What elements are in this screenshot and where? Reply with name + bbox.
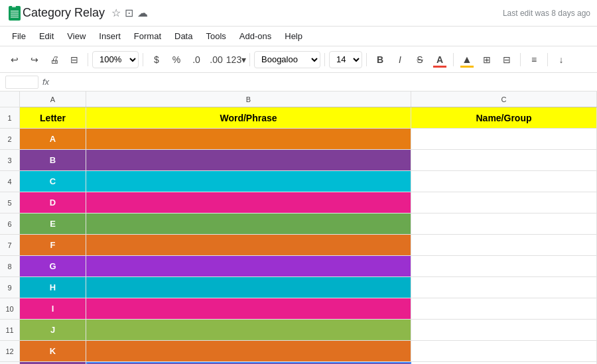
cell-c3[interactable] [411,150,597,170]
table-row: B [20,150,597,171]
menu-insert[interactable]: Insert [94,30,126,42]
spreadsheet-main: A B C Letter Word/Phrase Name/Group A B [20,91,597,364]
table-row: J [20,320,597,341]
history-icon[interactable]: ⊡ [125,7,133,19]
font-size-select[interactable]: 14 10 12 16 18 [329,51,362,68]
cell-c12[interactable] [411,341,597,361]
decimal00-button[interactable]: .00 [207,50,226,69]
paint-format-button[interactable]: ⊟ [65,50,84,69]
text-align-button[interactable]: ≡ [525,50,543,69]
cell-a9[interactable]: H [20,277,86,298]
cell-a3[interactable]: B [20,150,86,170]
cell-a12[interactable]: K [20,341,86,361]
separator-8 [547,53,548,66]
borders-button[interactable]: ⊞ [478,50,496,69]
row-header-5: 5 [0,192,19,213]
menu-tools[interactable]: Tools [200,30,231,42]
menu-format[interactable]: Format [129,30,166,42]
bold-button[interactable]: B [371,50,389,69]
italic-button[interactable]: I [391,50,409,69]
cell-a5[interactable]: D [20,192,86,213]
table-row: H [20,277,597,298]
row-header-11: 11 [0,320,19,341]
cell-b11[interactable] [86,320,411,340]
separator-5 [366,53,367,66]
cell-c9[interactable] [411,277,597,298]
merge-cells-button[interactable]: ⊟ [498,50,516,69]
undo-button[interactable]: ↩ [5,50,24,69]
cell-c8[interactable] [411,256,597,276]
cell-c5[interactable] [411,192,597,213]
menu-help[interactable]: Help [279,30,308,42]
cell-b6[interactable] [86,213,411,234]
app-icon [7,5,23,21]
col-header-b[interactable]: B [86,91,411,107]
redo-button[interactable]: ↪ [25,50,44,69]
percent-button[interactable]: % [167,50,186,69]
currency-button[interactable]: $ [147,50,166,69]
row-header-2: 2 [0,129,19,150]
cell-b3[interactable] [86,150,411,170]
font-select[interactable]: Boogaloo Arial [254,51,320,68]
cell-b4[interactable] [86,171,411,192]
menu-edit[interactable]: Edit [34,30,59,42]
cell-a10[interactable]: I [20,298,86,319]
col-header-c[interactable]: C [411,91,597,107]
cell-a2[interactable]: A [20,129,86,149]
row-header-10: 10 [0,298,19,320]
cell-a4[interactable]: C [20,171,86,192]
table-row: I [20,298,597,320]
cell-a8[interactable]: G [20,256,86,276]
menu-data[interactable]: Data [169,30,198,42]
formula-input[interactable] [53,77,592,87]
cell-b7[interactable] [86,235,411,255]
cell-reference-input[interactable] [5,76,38,89]
font-color-button[interactable]: A [431,50,449,69]
svg-rect-5 [11,17,19,18]
print-button[interactable]: 🖨 [45,50,64,69]
cell-c7[interactable] [411,235,597,255]
row-header-4: 4 [0,171,19,192]
row-header-6: 6 [0,213,19,235]
separator-6 [453,53,454,66]
cell-c6[interactable] [411,213,597,234]
highlight-color-button[interactable]: ▲ [458,50,476,69]
col-header-a[interactable]: A [20,91,86,107]
table-row: G [20,256,597,277]
row-header-9: 9 [0,277,19,298]
cloud-icon[interactable]: ☁ [137,7,148,19]
format123-button[interactable]: 123▾ [227,50,245,69]
title-bar: Category Relay ☆ ⊡ ☁ Last edit was 8 day… [0,0,597,27]
separator-4 [324,53,325,66]
strikethrough-button[interactable]: S [411,50,429,69]
menu-file[interactable]: File [7,30,31,42]
cell-b8[interactable] [86,256,411,276]
cell-a7[interactable]: F [20,235,86,255]
cell-c4[interactable] [411,171,597,192]
cell-a6[interactable]: E [20,213,86,234]
cell-a11[interactable]: J [20,320,86,340]
menu-addons[interactable]: Add-ons [234,30,277,42]
cell-b9[interactable] [86,277,411,298]
cell-c2[interactable] [411,129,597,149]
spreadsheet-container: 1 2 3 4 5 6 7 8 9 10 11 12 13 A B C Lett… [0,91,597,364]
cell-b2[interactable] [86,129,411,149]
separator-1 [88,53,88,66]
table-row: F [20,235,597,256]
cell-c11[interactable] [411,320,597,340]
document-title: Category Relay [23,6,105,20]
decimal0-button[interactable]: .0 [187,50,206,69]
cell-c10[interactable] [411,298,597,319]
menu-view[interactable]: View [62,30,91,42]
cell-b12[interactable] [86,341,411,361]
cell-b1[interactable]: Word/Phrase [86,107,411,128]
zoom-select[interactable]: 100% 75% 50% [92,51,139,68]
cell-a1[interactable]: Letter [20,107,86,128]
svg-rect-1 [12,5,16,7]
table-row: E [20,213,597,235]
text-wrap-button[interactable]: ↓ [552,50,570,69]
cell-b10[interactable] [86,298,411,319]
star-icon[interactable]: ☆ [111,7,121,19]
cell-b5[interactable] [86,192,411,213]
cell-c1[interactable]: Name/Group [411,107,597,128]
